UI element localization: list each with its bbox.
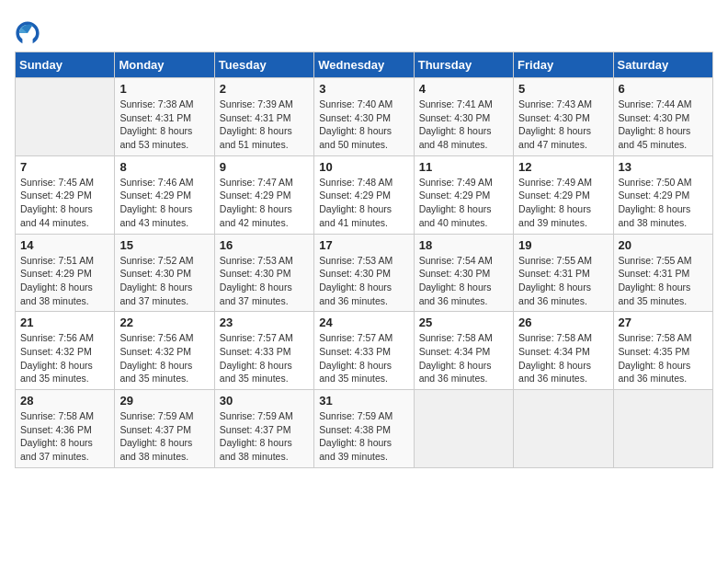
header-day-saturday: Saturday [613,52,712,78]
day-number: 6 [619,82,708,96]
calendar-cell: 16Sunrise: 7:53 AM Sunset: 4:30 PM Dayli… [214,234,313,312]
calendar-cell: 2Sunrise: 7:39 AM Sunset: 4:31 PM Daylig… [214,78,313,156]
calendar-cell: 18Sunrise: 7:54 AM Sunset: 4:30 PM Dayli… [414,234,513,312]
calendar-cell: 14Sunrise: 7:51 AM Sunset: 4:29 PM Dayli… [16,234,115,312]
day-number: 11 [419,160,508,174]
day-number: 10 [319,160,408,174]
day-number: 4 [419,82,508,96]
calendar-week-row: 28Sunrise: 7:58 AM Sunset: 4:36 PM Dayli… [16,390,713,468]
day-info: Sunrise: 7:56 AM Sunset: 4:32 PM Dayligh… [20,331,109,385]
day-info: Sunrise: 7:55 AM Sunset: 4:31 PM Dayligh… [619,254,708,308]
calendar-cell: 5Sunrise: 7:43 AM Sunset: 4:30 PM Daylig… [514,78,613,156]
calendar-week-row: 7Sunrise: 7:45 AM Sunset: 4:29 PM Daylig… [16,155,713,234]
day-number: 7 [20,160,109,174]
day-number: 22 [119,316,209,329]
day-info: Sunrise: 7:44 AM Sunset: 4:30 PM Dayligh… [619,98,708,152]
calendar-cell: 27Sunrise: 7:58 AM Sunset: 4:35 PM Dayli… [613,312,712,390]
day-number: 14 [20,238,109,252]
day-info: Sunrise: 7:55 AM Sunset: 4:31 PM Dayligh… [518,254,608,308]
day-info: Sunrise: 7:38 AM Sunset: 4:31 PM Dayligh… [119,98,209,152]
day-info: Sunrise: 7:52 AM Sunset: 4:30 PM Dayligh… [119,254,209,308]
header-day-tuesday: Tuesday [214,52,313,78]
day-number: 5 [518,82,608,96]
day-number: 24 [319,316,408,329]
day-number: 17 [319,238,408,252]
day-info: Sunrise: 7:58 AM Sunset: 4:34 PM Dayligh… [518,331,608,385]
calendar-cell: 23Sunrise: 7:57 AM Sunset: 4:33 PM Dayli… [214,312,313,390]
header [15,15,713,44]
day-number: 1 [119,82,209,96]
calendar-cell [514,390,613,468]
calendar-week-row: 14Sunrise: 7:51 AM Sunset: 4:29 PM Dayli… [16,234,713,312]
header-day-thursday: Thursday [414,52,513,78]
day-info: Sunrise: 7:39 AM Sunset: 4:31 PM Dayligh… [220,98,309,152]
calendar-header-row: SundayMondayTuesdayWednesdayThursdayFrid… [16,52,713,78]
day-number: 19 [518,238,608,252]
day-number: 29 [119,394,209,408]
calendar-week-row: 21Sunrise: 7:56 AM Sunset: 4:32 PM Dayli… [16,312,713,390]
day-number: 23 [220,316,309,329]
calendar-cell: 26Sunrise: 7:58 AM Sunset: 4:34 PM Dayli… [514,312,613,390]
calendar-cell: 13Sunrise: 7:50 AM Sunset: 4:29 PM Dayli… [613,155,712,234]
day-info: Sunrise: 7:48 AM Sunset: 4:29 PM Dayligh… [319,176,408,230]
day-info: Sunrise: 7:49 AM Sunset: 4:29 PM Dayligh… [518,176,608,230]
calendar-cell: 6Sunrise: 7:44 AM Sunset: 4:30 PM Daylig… [613,78,712,156]
calendar-cell: 15Sunrise: 7:52 AM Sunset: 4:30 PM Dayli… [115,234,214,312]
day-number: 21 [20,316,109,329]
header-day-friday: Friday [514,52,613,78]
calendar-cell: 24Sunrise: 7:57 AM Sunset: 4:33 PM Dayli… [314,312,414,390]
day-number: 16 [220,238,309,252]
calendar-week-row: 1Sunrise: 7:38 AM Sunset: 4:31 PM Daylig… [16,78,713,156]
day-info: Sunrise: 7:57 AM Sunset: 4:33 PM Dayligh… [220,331,309,385]
calendar-cell: 4Sunrise: 7:41 AM Sunset: 4:30 PM Daylig… [414,78,513,156]
day-number: 15 [119,238,209,252]
day-info: Sunrise: 7:46 AM Sunset: 4:29 PM Dayligh… [119,176,209,230]
calendar-table: SundayMondayTuesdayWednesdayThursdayFrid… [15,52,713,468]
day-info: Sunrise: 7:50 AM Sunset: 4:29 PM Dayligh… [619,176,708,230]
day-number: 9 [220,160,309,174]
calendar-cell [613,390,712,468]
day-info: Sunrise: 7:58 AM Sunset: 4:34 PM Dayligh… [419,331,508,385]
day-info: Sunrise: 7:47 AM Sunset: 4:29 PM Dayligh… [220,176,309,230]
day-number: 2 [220,82,309,96]
calendar-cell: 19Sunrise: 7:55 AM Sunset: 4:31 PM Dayli… [514,234,613,312]
day-info: Sunrise: 7:57 AM Sunset: 4:33 PM Dayligh… [319,331,408,385]
calendar-cell: 12Sunrise: 7:49 AM Sunset: 4:29 PM Dayli… [514,155,613,234]
calendar-cell [16,78,115,156]
calendar-cell: 7Sunrise: 7:45 AM Sunset: 4:29 PM Daylig… [16,155,115,234]
calendar-cell: 3Sunrise: 7:40 AM Sunset: 4:30 PM Daylig… [314,78,414,156]
calendar-cell: 8Sunrise: 7:46 AM Sunset: 4:29 PM Daylig… [115,155,214,234]
day-number: 3 [319,82,408,96]
day-info: Sunrise: 7:56 AM Sunset: 4:32 PM Dayligh… [119,331,209,385]
calendar-cell [414,390,513,468]
day-info: Sunrise: 7:43 AM Sunset: 4:30 PM Dayligh… [518,98,608,152]
day-info: Sunrise: 7:51 AM Sunset: 4:29 PM Dayligh… [20,254,109,308]
day-number: 13 [619,160,708,174]
day-number: 20 [619,238,708,252]
header-day-wednesday: Wednesday [314,52,414,78]
day-info: Sunrise: 7:49 AM Sunset: 4:29 PM Dayligh… [419,176,508,230]
day-info: Sunrise: 7:53 AM Sunset: 4:30 PM Dayligh… [220,254,309,308]
day-info: Sunrise: 7:41 AM Sunset: 4:30 PM Dayligh… [419,98,508,152]
day-info: Sunrise: 7:59 AM Sunset: 4:37 PM Dayligh… [220,409,309,464]
calendar-cell: 22Sunrise: 7:56 AM Sunset: 4:32 PM Dayli… [115,312,214,390]
day-info: Sunrise: 7:53 AM Sunset: 4:30 PM Dayligh… [319,254,408,308]
day-info: Sunrise: 7:59 AM Sunset: 4:38 PM Dayligh… [319,409,408,464]
day-number: 25 [419,316,508,329]
logo-icon [15,18,40,44]
calendar-cell: 1Sunrise: 7:38 AM Sunset: 4:31 PM Daylig… [115,78,214,156]
day-info: Sunrise: 7:40 AM Sunset: 4:30 PM Dayligh… [319,98,408,152]
day-number: 30 [220,394,309,408]
calendar-cell: 30Sunrise: 7:59 AM Sunset: 4:37 PM Dayli… [214,390,313,468]
day-number: 8 [119,160,209,174]
day-info: Sunrise: 7:58 AM Sunset: 4:36 PM Dayligh… [20,409,109,464]
day-number: 31 [319,394,408,408]
calendar-cell: 10Sunrise: 7:48 AM Sunset: 4:29 PM Dayli… [314,155,414,234]
calendar-cell: 21Sunrise: 7:56 AM Sunset: 4:32 PM Dayli… [16,312,115,390]
calendar-cell: 17Sunrise: 7:53 AM Sunset: 4:30 PM Dayli… [314,234,414,312]
day-number: 26 [518,316,608,329]
day-info: Sunrise: 7:54 AM Sunset: 4:30 PM Dayligh… [419,254,508,308]
day-info: Sunrise: 7:45 AM Sunset: 4:29 PM Dayligh… [20,176,109,230]
day-info: Sunrise: 7:58 AM Sunset: 4:35 PM Dayligh… [619,331,708,385]
calendar-cell: 29Sunrise: 7:59 AM Sunset: 4:37 PM Dayli… [115,390,214,468]
